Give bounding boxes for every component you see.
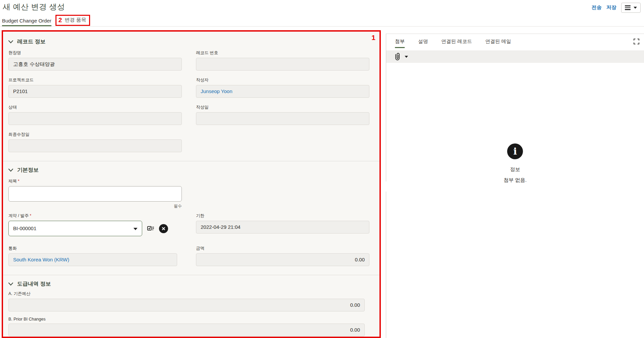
field-status: 상태 bbox=[8, 104, 182, 125]
required-hint: 필수 bbox=[8, 203, 182, 209]
currency-value: South Korea Won (KRW) bbox=[8, 253, 177, 266]
field-subject: 제목* 필수 bbox=[8, 178, 373, 209]
field-label: 현장명 bbox=[8, 50, 182, 56]
field-record-number: 레코드 번호 bbox=[196, 50, 369, 71]
due-date-value: 2022-04-29 21:04 bbox=[196, 221, 369, 234]
x-circle-icon bbox=[159, 224, 168, 233]
side-panel-tabbar: 첨부 설명 연결된 레코드 연결된 메일 bbox=[386, 34, 644, 48]
chevron-down-icon bbox=[8, 169, 13, 172]
fullscreen-icon bbox=[634, 39, 639, 44]
section-header-contract-details[interactable]: 도급내역 정보 bbox=[8, 281, 373, 288]
header-actions: 전송 저장 bbox=[592, 3, 641, 13]
more-actions-button[interactable] bbox=[621, 3, 641, 13]
tab-budget-change-order[interactable]: Budget Change Order bbox=[2, 16, 51, 26]
annotation-number-1: 1 bbox=[371, 34, 375, 42]
field-last-modified: 최종수정일 bbox=[8, 132, 182, 152]
subject-input[interactable] bbox=[8, 186, 182, 202]
field-created-date: 작성일 bbox=[196, 104, 369, 125]
field-currency: 통화 South Korea Won (KRW) bbox=[8, 246, 182, 266]
section-divider bbox=[3, 161, 379, 161]
status-value bbox=[8, 112, 182, 125]
paperclip-icon bbox=[395, 53, 400, 60]
attach-file-button[interactable] bbox=[395, 53, 408, 60]
tab-attachments[interactable]: 첨부 bbox=[395, 38, 405, 48]
section-header-record-info[interactable]: 레코드 정보 bbox=[8, 38, 373, 45]
chevron-down-icon bbox=[133, 228, 137, 230]
field-label: A. 기존예산 bbox=[8, 291, 373, 297]
field-label: B. Prior BI Changes bbox=[8, 317, 373, 322]
chevron-down-icon bbox=[8, 283, 13, 286]
page: 새 예산 변경 생성 전송 저장 Budget Change Order 2 변… bbox=[0, 0, 644, 338]
required-asterisk: * bbox=[30, 213, 31, 218]
hamburger-icon bbox=[625, 5, 631, 10]
checklist-icon bbox=[147, 225, 154, 232]
field-label: 작성자 bbox=[196, 77, 369, 83]
page-title: 새 예산 변경 생성 bbox=[3, 2, 65, 12]
field-contract: 계약 / 발주* BI-000001 bbox=[8, 213, 182, 236]
field-label: 금액 bbox=[196, 246, 369, 251]
main-tabbar: Budget Change Order 2 변경 품목 bbox=[0, 16, 644, 27]
field-existing-budget: A. 기존예산 0.00 bbox=[8, 291, 373, 311]
field-label: 레코드 번호 bbox=[196, 50, 369, 56]
field-label: 작성일 bbox=[196, 104, 369, 110]
chevron-down-icon bbox=[634, 7, 637, 9]
record-fields-grid: 현장명 고흥호 수상태양광 레코드 번호 프로젝트코드 P2101 작성자 Ju… bbox=[8, 50, 373, 159]
amount-value: 0.00 bbox=[196, 253, 369, 266]
project-code-value: P2101 bbox=[8, 85, 182, 98]
created-date-value bbox=[196, 112, 369, 125]
field-label: 기한 bbox=[196, 213, 369, 219]
record-number-value bbox=[196, 58, 369, 71]
site-name-value: 고흥호 수상태양광 bbox=[8, 58, 182, 71]
save-button[interactable]: 저장 bbox=[606, 4, 616, 11]
author-value: Junseop Yoon bbox=[196, 85, 369, 98]
field-prior-bi-changes: B. Prior BI Changes 0.00 bbox=[8, 317, 373, 336]
section-title: 기본정보 bbox=[17, 167, 39, 174]
existing-budget-value: 0.00 bbox=[8, 299, 365, 311]
field-project-code: 프로젝트코드 P2101 bbox=[8, 77, 182, 98]
section-title: 도급내역 정보 bbox=[17, 281, 51, 288]
required-asterisk: * bbox=[18, 179, 19, 183]
last-modified-value bbox=[8, 139, 182, 152]
empty-state-title: 정보 bbox=[504, 166, 526, 173]
prior-bi-changes-value: 0.00 bbox=[8, 324, 365, 336]
annotation-number-2: 2 bbox=[58, 17, 62, 23]
field-amount: 금액 0.00 bbox=[196, 246, 369, 266]
chevron-down-icon bbox=[405, 56, 408, 58]
field-label: 계약 / 발주* bbox=[8, 213, 182, 219]
field-label: 제목* bbox=[8, 178, 373, 184]
annotation-box-2: 2 변경 품목 bbox=[55, 15, 90, 26]
chevron-down-icon bbox=[8, 40, 13, 43]
tab-description[interactable]: 설명 bbox=[418, 38, 428, 48]
attachments-toolbar bbox=[386, 50, 644, 63]
send-button[interactable]: 전송 bbox=[592, 4, 602, 11]
contract-select[interactable]: BI-000001 bbox=[8, 221, 142, 236]
clear-selection-button[interactable] bbox=[159, 224, 168, 233]
field-due-date: 기한 2022-04-29 21:04 bbox=[196, 213, 369, 236]
field-label: 상태 bbox=[8, 104, 182, 110]
section-header-basic-info[interactable]: 기본정보 bbox=[8, 167, 373, 174]
tab-change-items[interactable]: 변경 품목 bbox=[65, 17, 86, 23]
empty-state-message: 첨부 없음. bbox=[504, 177, 526, 183]
field-label: 최종수정일 bbox=[8, 132, 182, 137]
attachments-empty-state: i 정보 첨부 없음. bbox=[504, 143, 526, 183]
side-panel: 첨부 설명 연결된 레코드 연결된 메일 i bbox=[386, 34, 644, 338]
contract-selected-value: BI-000001 bbox=[13, 225, 36, 231]
currency-row-grid: 통화 South Korea Won (KRW) 금액 0.00 bbox=[8, 246, 373, 273]
tab-linked-records[interactable]: 연결된 레코드 bbox=[441, 38, 472, 48]
header: 새 예산 변경 생성 전송 저장 bbox=[0, 0, 644, 15]
field-author: 작성자 Junseop Yoon bbox=[196, 77, 369, 98]
pick-record-button[interactable] bbox=[147, 225, 154, 232]
section-divider bbox=[3, 275, 379, 275]
field-label: 통화 bbox=[8, 246, 182, 251]
form-panel: 1 레코드 정보 현장명 고흥호 수상태양광 레코드 번호 프로 bbox=[2, 30, 381, 338]
field-site-name: 현장명 고흥호 수상태양광 bbox=[8, 50, 182, 71]
tab-linked-mail[interactable]: 연결된 메일 bbox=[485, 38, 511, 48]
info-icon: i bbox=[507, 143, 523, 159]
section-title: 레코드 정보 bbox=[17, 38, 45, 45]
expand-panel-button[interactable] bbox=[634, 39, 639, 45]
contract-row-grid: 계약 / 발주* BI-000001 bbox=[8, 213, 373, 243]
field-label: 프로젝트코드 bbox=[8, 77, 182, 83]
